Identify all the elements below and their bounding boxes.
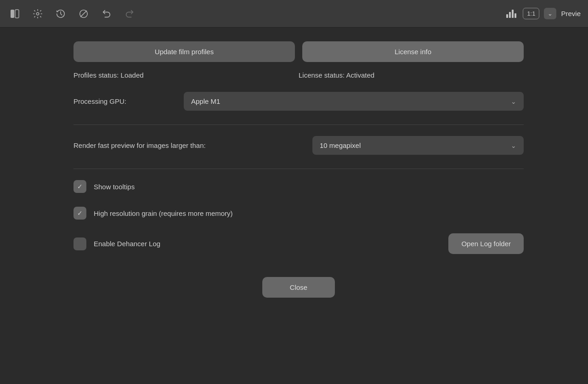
tooltips-check-icon: ✓ [77, 183, 83, 190]
divider-1 [74, 124, 524, 125]
close-row: Close [74, 277, 524, 298]
gpu-value: Apple M1 [191, 97, 220, 105]
divider-2 [74, 169, 524, 169]
update-film-profiles-button[interactable]: Update film profiles [74, 41, 295, 62]
dehancer-log-checkbox[interactable] [74, 237, 86, 250]
one-to-one-button[interactable]: 1:1 [523, 8, 539, 19]
preview-label: Previe [561, 10, 581, 17]
profiles-status: Profiles status: Loaded [74, 71, 299, 79]
hi-res-grain-label: High resolution grain (requires more mem… [94, 209, 233, 217]
main-content: Update film profiles License info Profil… [0, 28, 551, 311]
license-info-button[interactable]: License info [302, 41, 524, 62]
gpu-row: Processing GPU: Apple M1 ⌄ [74, 92, 524, 111]
preview-size-row: Render fast preview for images larger th… [74, 136, 524, 155]
gpu-label: Processing GPU: [74, 97, 184, 105]
hi-res-grain-check-icon: ✓ [77, 209, 83, 217]
preview-size-label: Render fast preview for images larger th… [74, 141, 312, 149]
preview-size-value: 10 megapixel [320, 141, 361, 149]
svg-rect-0 [11, 10, 14, 18]
toolbar-right: 1:1 ⌄ Previe [506, 8, 581, 19]
stats-icon [506, 10, 516, 18]
tooltips-label: Show tooltips [94, 183, 135, 191]
tooltips-row: ✓ Show tooltips [74, 180, 524, 193]
tooltips-checkbox[interactable]: ✓ [74, 180, 86, 193]
preview-size-select[interactable]: 10 megapixel ⌄ [312, 136, 524, 155]
history-icon[interactable] [53, 6, 68, 21]
status-row: Profiles status: Loaded License status: … [74, 71, 524, 79]
svg-rect-1 [15, 10, 19, 18]
cancel-icon[interactable] [76, 6, 91, 21]
panel-toggle-icon[interactable] [7, 6, 22, 21]
button-row: Update film profiles License info [74, 41, 524, 62]
dehancer-log-left: Enable Dehancer Log [74, 237, 441, 250]
toolbar: 1:1 ⌄ Previe [0, 0, 588, 28]
redo-icon[interactable] [122, 6, 137, 21]
dehancer-log-row: Enable Dehancer Log Open Log folder [74, 233, 524, 254]
dehancer-log-label: Enable Dehancer Log [94, 240, 160, 248]
undo-icon[interactable] [99, 6, 114, 21]
gpu-chevron-icon: ⌄ [511, 98, 516, 105]
preview-size-chevron-icon: ⌄ [511, 142, 516, 149]
license-status: License status: Activated [299, 71, 524, 79]
close-button[interactable]: Close [262, 277, 335, 298]
svg-point-2 [36, 12, 39, 15]
hi-res-grain-row: ✓ High resolution grain (requires more m… [74, 207, 524, 220]
preview-chevron-button[interactable]: ⌄ [544, 8, 556, 19]
hi-res-grain-checkbox[interactable]: ✓ [74, 207, 86, 220]
gpu-select[interactable]: Apple M1 ⌄ [184, 92, 524, 111]
settings-icon[interactable] [30, 6, 45, 21]
open-log-folder-button[interactable]: Open Log folder [448, 233, 524, 254]
